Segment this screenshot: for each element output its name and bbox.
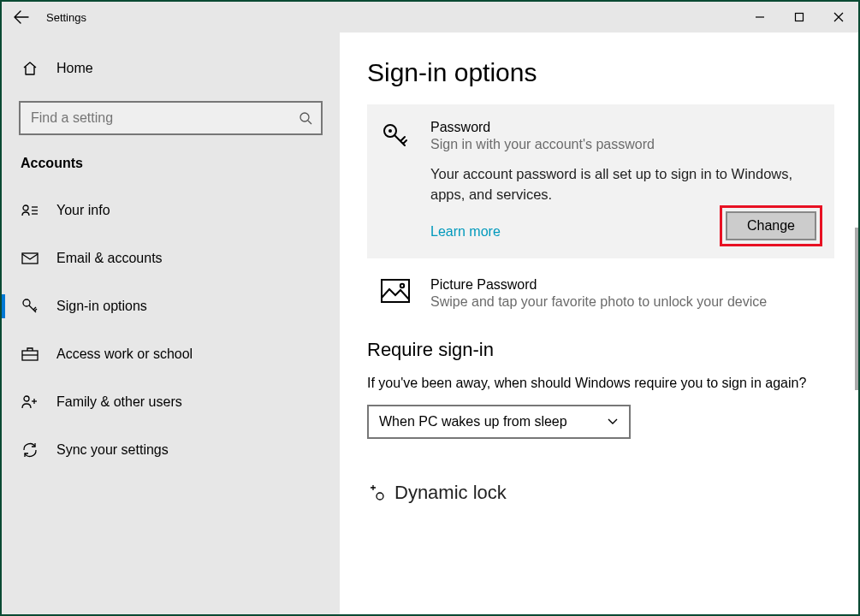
svg-point-4 xyxy=(300,113,309,121)
svg-rect-10 xyxy=(22,253,38,264)
sidebar-item-label: Access work or school xyxy=(56,346,193,362)
scrollbar[interactable] xyxy=(855,228,858,390)
svg-point-21 xyxy=(377,493,383,500)
home-icon xyxy=(21,60,39,77)
svg-point-14 xyxy=(24,396,29,401)
minimize-icon xyxy=(755,12,765,22)
sparkle-icon xyxy=(367,483,386,502)
page-title: Sign-in options xyxy=(367,58,834,87)
chevron-down-icon xyxy=(607,418,619,426)
home-label: Home xyxy=(56,61,93,76)
key-icon xyxy=(21,298,39,315)
close-icon xyxy=(833,12,844,22)
change-highlight: Change xyxy=(720,205,822,246)
settings-window: Settings Home xyxy=(0,0,860,616)
require-signin-heading: Require sign-in xyxy=(367,339,834,361)
learn-more-link[interactable]: Learn more xyxy=(430,224,501,240)
back-button[interactable] xyxy=(2,2,41,33)
change-button[interactable]: Change xyxy=(726,211,816,240)
svg-point-6 xyxy=(23,205,28,210)
window-controls xyxy=(740,2,858,33)
picture-password-subtitle: Swipe and tap your favorite photo to unl… xyxy=(430,294,767,310)
select-value: When PC wakes up from sleep xyxy=(379,414,567,429)
sidebar: Home Accounts Your info Email & acco xyxy=(2,33,340,614)
section-heading: Accounts xyxy=(2,151,340,187)
sidebar-item-label: Sign-in options xyxy=(56,299,147,314)
search-box[interactable] xyxy=(19,101,323,135)
close-button[interactable] xyxy=(819,2,858,33)
window-body: Home Accounts Your info Email & acco xyxy=(2,33,858,614)
people-icon xyxy=(21,394,39,410)
person-card-icon xyxy=(21,204,39,217)
maximize-icon xyxy=(794,12,804,22)
svg-point-11 xyxy=(23,299,30,306)
password-subtitle: Sign in with your account's password xyxy=(430,137,821,152)
briefcase-icon xyxy=(21,347,39,361)
sidebar-item-sync-settings[interactable]: Sync your settings xyxy=(2,426,340,474)
sidebar-item-label: Family & other users xyxy=(56,394,182,410)
key-icon xyxy=(381,120,412,240)
svg-rect-19 xyxy=(382,280,409,302)
dynamic-lock-heading: Dynamic lock xyxy=(367,482,834,504)
password-description: Your account password is all set up to s… xyxy=(430,164,821,205)
picture-icon xyxy=(381,277,412,310)
sidebar-item-label: Sync your settings xyxy=(56,442,169,458)
password-title: Password xyxy=(430,120,821,135)
arrow-left-icon xyxy=(14,9,29,25)
sidebar-item-label: Email & accounts xyxy=(56,251,163,266)
window-title: Settings xyxy=(41,11,86,24)
home-nav[interactable]: Home xyxy=(2,44,340,92)
titlebar: Settings xyxy=(2,2,858,33)
sidebar-item-family-other-users[interactable]: Family & other users xyxy=(2,378,340,426)
sidebar-item-your-info[interactable]: Your info xyxy=(2,187,340,234)
svg-point-18 xyxy=(388,129,392,133)
mail-icon xyxy=(21,252,39,264)
sidebar-item-label: Your info xyxy=(56,203,110,218)
sync-icon xyxy=(21,441,39,459)
maximize-button[interactable] xyxy=(780,2,819,33)
search-icon xyxy=(299,111,312,125)
picture-password-option[interactable]: Picture Password Swipe and tap your favo… xyxy=(367,272,834,315)
sidebar-item-access-work-school[interactable]: Access work or school xyxy=(2,330,340,378)
search-input[interactable] xyxy=(29,110,299,127)
svg-rect-1 xyxy=(796,14,804,21)
sidebar-item-email-accounts[interactable]: Email & accounts xyxy=(2,234,340,282)
svg-line-5 xyxy=(308,121,311,124)
password-card: Password Sign in with your account's pas… xyxy=(367,104,834,258)
dynamic-lock-label: Dynamic lock xyxy=(394,482,507,504)
minimize-button[interactable] xyxy=(740,2,780,33)
svg-point-20 xyxy=(400,284,404,287)
content-area: Sign-in options Password Sign in with yo… xyxy=(340,33,858,614)
require-signin-prompt: If you've been away, when should Windows… xyxy=(367,373,834,393)
require-signin-select[interactable]: When PC wakes up from sleep xyxy=(367,405,631,439)
picture-password-title: Picture Password xyxy=(430,277,767,293)
sidebar-item-sign-in-options[interactable]: Sign-in options xyxy=(2,282,340,330)
